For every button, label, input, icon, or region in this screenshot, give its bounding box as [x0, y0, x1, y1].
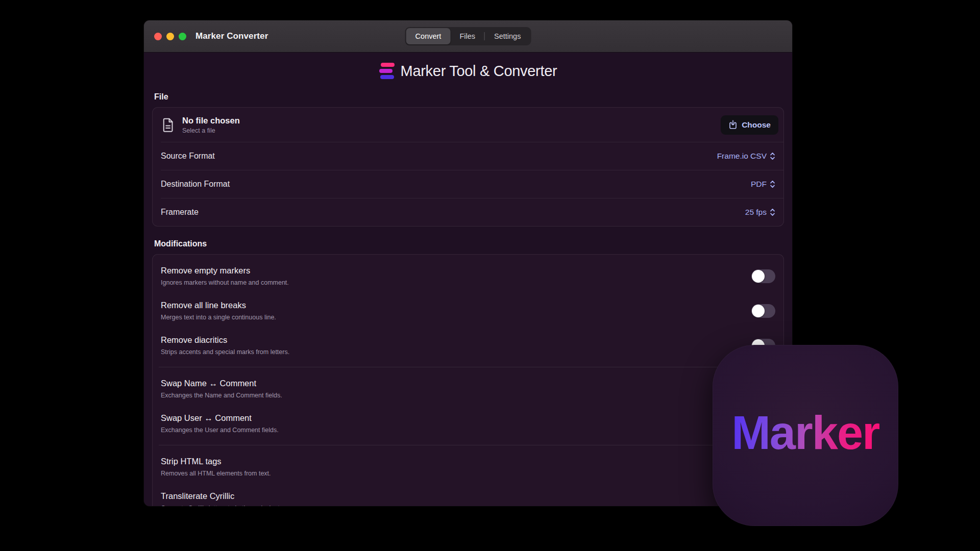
- setting-title: Remove all line breaks: [161, 300, 276, 311]
- setting-texts: Strip HTML tags Removes all HTML element…: [161, 456, 271, 478]
- setting-row-remove-all-line-breaks: Remove all line breaks Merges text into …: [153, 293, 783, 328]
- source-format-label: Source Format: [161, 152, 215, 161]
- file-picker-texts: No file chosen Select a file: [182, 116, 721, 134]
- destination-format-label: Destination Format: [161, 180, 230, 189]
- choose-button-label: Choose: [742, 120, 771, 130]
- tab-settings[interactable]: Settings: [485, 28, 530, 44]
- source-format-value: Frame.io CSV: [717, 152, 767, 161]
- app-icon-wordmark: Marker: [731, 406, 879, 465]
- toggle-remove-all-line-breaks[interactable]: [751, 304, 775, 318]
- modifications-section-label: Modifications: [154, 239, 782, 248]
- setting-title: Swap Name ↔ Comment: [161, 378, 282, 389]
- file-chosen-label: No file chosen: [182, 116, 721, 126]
- window-title: Marker Converter: [195, 31, 268, 41]
- setting-title: Transliterate Cyrillic: [161, 491, 284, 502]
- zoom-button[interactable]: [179, 33, 186, 40]
- setting-row-strip-html-tags: Strip HTML tags Removes all HTML element…: [153, 449, 783, 484]
- setting-row-swap-name-comment: Swap Name ↔ Comment Exchanges the Name a…: [153, 371, 783, 406]
- titlebar: Marker Converter Convert Files Settings: [144, 20, 792, 53]
- setting-row-remove-empty-markers: Remove empty markers Ignores markers wit…: [153, 259, 783, 293]
- setting-row-swap-user-comment: Swap User ↔ Comment Exchanges the User a…: [153, 406, 783, 441]
- group-divider: [159, 367, 777, 367]
- setting-title: Strip HTML tags: [161, 456, 271, 467]
- group-divider: [159, 445, 777, 445]
- tab-bar: Convert Files Settings: [405, 27, 531, 45]
- toggle-knob: [752, 270, 765, 283]
- convert-pane: Marker Tool & Converter File No file cho…: [144, 53, 792, 506]
- close-button[interactable]: [154, 33, 162, 40]
- choose-file-button[interactable]: Choose: [721, 115, 778, 135]
- file-card: No file chosen Select a file Choose: [152, 107, 784, 227]
- traffic-lights: [154, 33, 186, 40]
- import-icon: [728, 120, 738, 130]
- setting-title: Remove diacritics: [161, 335, 289, 345]
- setting-description: Exchanges the User and Comment fields.: [161, 426, 279, 434]
- framerate-label: Framerate: [161, 208, 199, 217]
- setting-texts: Transliterate Cyrillic Converts Cyrillic…: [161, 491, 284, 506]
- destination-format-select[interactable]: PDF: [751, 180, 775, 189]
- tab-files[interactable]: Files: [450, 28, 484, 44]
- toggle-remove-empty-markers[interactable]: [751, 269, 775, 283]
- modifications-card: Remove empty markers Ignores markers wit…: [152, 254, 784, 506]
- app-window: Marker Converter Convert Files Settings …: [144, 20, 792, 506]
- minimize-button[interactable]: [166, 33, 174, 40]
- setting-texts: Swap Name ↔ Comment Exchanges the Name a…: [161, 378, 282, 399]
- app-header: Marker Tool & Converter: [152, 53, 784, 82]
- setting-title: Remove empty markers: [161, 265, 289, 276]
- setting-title: Swap User ↔ Comment: [161, 413, 279, 423]
- setting-row-remove-diacritics: Remove diacritics Strips accents and spe…: [153, 328, 783, 363]
- destination-format-value: PDF: [751, 180, 767, 189]
- setting-texts: Remove all line breaks Merges text into …: [161, 300, 276, 321]
- setting-description: Exchanges the Name and Comment fields.: [161, 391, 282, 399]
- setting-description: Removes all HTML elements from text.: [161, 469, 271, 478]
- chevron-up-down-icon: [770, 180, 775, 188]
- file-picker-row[interactable]: No file chosen Select a file Choose: [153, 108, 783, 142]
- chevron-up-down-icon: [770, 152, 775, 160]
- chevron-up-down-icon: [770, 208, 775, 216]
- setting-description: Strips accents and special marks from le…: [161, 348, 289, 356]
- destination-format-row: Destination Format PDF: [153, 170, 783, 198]
- source-format-select[interactable]: Frame.io CSV: [717, 152, 775, 161]
- setting-texts: Remove empty markers Ignores markers wit…: [161, 265, 289, 287]
- file-section-label: File: [154, 92, 782, 102]
- setting-texts: Swap User ↔ Comment Exchanges the User a…: [161, 413, 279, 434]
- framerate-value: 25 fps: [745, 208, 767, 217]
- toggle-knob: [752, 305, 765, 317]
- framerate-select[interactable]: 25 fps: [745, 208, 775, 217]
- source-format-row: Source Format Frame.io CSV: [153, 142, 783, 170]
- document-icon: [161, 117, 175, 133]
- marker-app-icon: Marker: [713, 345, 898, 526]
- tab-convert[interactable]: Convert: [406, 28, 451, 44]
- page-title: Marker Tool & Converter: [401, 63, 557, 80]
- framerate-row: Framerate 25 fps: [153, 198, 783, 226]
- marker-logo-icon: [379, 63, 395, 80]
- setting-description: Merges text into a single continuous lin…: [161, 313, 276, 321]
- desktop-background: Marker Converter Convert Files Settings …: [0, 0, 980, 551]
- file-hint-label: Select a file: [182, 127, 721, 134]
- setting-row-transliterate-cyrillic: Transliterate Cyrillic Converts Cyrillic…: [153, 484, 783, 506]
- setting-description: Converts Cyrillic letters to Latin equiv…: [161, 504, 284, 506]
- setting-description: Ignores markers without name and comment…: [161, 279, 289, 287]
- setting-texts: Remove diacritics Strips accents and spe…: [161, 335, 289, 356]
